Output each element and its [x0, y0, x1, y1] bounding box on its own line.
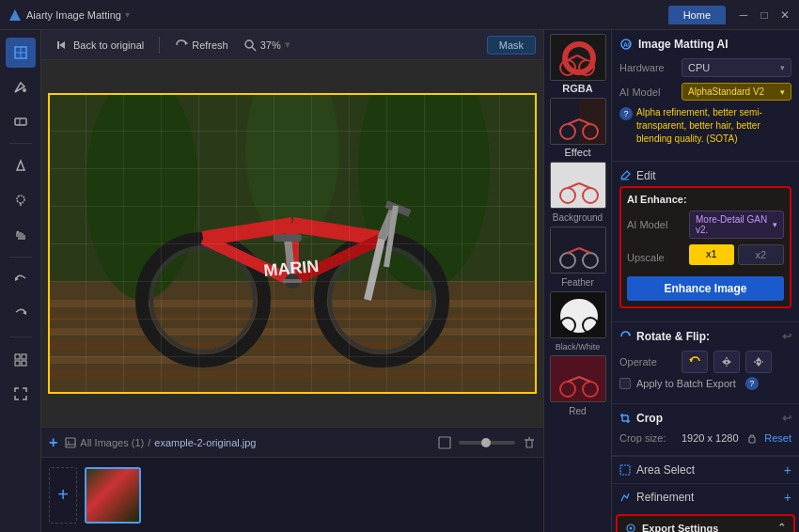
mask-feather-thumb[interactable] [550, 227, 606, 274]
rotate-icon [619, 331, 631, 342]
upscale-x1-btn[interactable]: x1 [689, 244, 734, 265]
enhance-image-btn[interactable]: Enhance Image [627, 276, 784, 301]
enhance-model-row: AI Model More-Detail GAN v2. ▾ [627, 211, 784, 239]
crop-icon [619, 413, 631, 424]
flip-v-btn[interactable] [745, 351, 772, 373]
svg-marker-16 [184, 40, 188, 45]
filmstrip-thumb-1[interactable] [85, 467, 141, 524]
mask-btn[interactable]: Mask [487, 36, 536, 55]
eraser-icon [13, 113, 28, 128]
redo-tool[interactable] [6, 299, 36, 329]
mask-effect-thumb[interactable] [550, 98, 606, 145]
area-select-row[interactable]: Area Select + [612, 456, 799, 483]
svg-line-18 [252, 47, 256, 51]
zoom-slider[interactable] [459, 441, 515, 445]
zoom-value: 37% [260, 39, 281, 51]
delete-icon[interactable] [523, 436, 536, 449]
crop-section: Crop ↩ Crop size: 1920 x 1280 Reset [612, 404, 799, 456]
svg-marker-95 [756, 363, 761, 367]
svg-rect-100 [749, 437, 755, 443]
hand-tool[interactable] [6, 219, 36, 249]
svg-rect-51 [439, 437, 450, 448]
crop-reset-btn[interactable]: Reset [764, 432, 791, 444]
upscale-group: x1 x2 [689, 244, 784, 265]
svg-marker-88 [628, 332, 631, 336]
export-collapse-btn[interactable]: ⌃ [777, 522, 786, 532]
grid-tool[interactable] [6, 345, 36, 375]
edit-label: Edit [636, 169, 656, 182]
canvas-bottom: + All Images (1) / example-2-original.jp… [41, 427, 543, 457]
canvas-area: Back to original Refresh 37% ▾ Mask [41, 30, 543, 532]
toolbar-divider-1 [9, 143, 32, 144]
undo-tool[interactable] [6, 265, 36, 295]
mask-red-item: Red [548, 355, 607, 416]
add-image-btn[interactable]: + [49, 434, 57, 451]
export-settings-title: Export Settings [642, 523, 718, 533]
left-toolbar [0, 30, 41, 532]
ai-enhance-box: AI Enhance: AI Model More-Detail GAN v2.… [619, 186, 791, 308]
edit-icon [619, 170, 631, 181]
rotate-undo-btn[interactable]: ↩ [782, 330, 791, 343]
brush-tool[interactable] [6, 71, 36, 102]
home-tab[interactable]: Home [668, 6, 726, 24]
refinement-row[interactable]: Refinement + [612, 483, 799, 510]
refresh-icon [175, 39, 188, 52]
svg-rect-80 [551, 356, 606, 402]
crop-size-value: 1920 x 1280 [682, 432, 739, 444]
refresh-btn[interactable]: Refresh [167, 36, 236, 55]
enhance-model-select[interactable]: More-Detail GAN v2. ▾ [689, 211, 784, 239]
mask-red-thumb[interactable] [550, 355, 606, 402]
app-logo: Aiarty Image Matting ▾ [8, 8, 130, 23]
minimize-btn[interactable]: ─ [737, 8, 750, 22]
canvas-toolbar: Back to original Refresh 37% ▾ Mask [41, 30, 543, 60]
ai-model-select[interactable]: AlphaStandard V2 ▾ [682, 83, 791, 101]
mask-rgba-thumb[interactable] [550, 34, 606, 81]
zoom-icon [243, 39, 257, 52]
rotate-left-btn[interactable] [682, 351, 708, 373]
mask-bg-thumb[interactable] [550, 162, 606, 209]
area-select-expand-btn[interactable]: + [784, 462, 791, 477]
svg-rect-14 [22, 361, 26, 366]
batch-export-checkbox[interactable] [619, 378, 631, 389]
titlebar-tabs: Home [668, 6, 726, 24]
close-btn[interactable]: ✕ [778, 8, 791, 22]
svg-rect-48 [66, 438, 75, 447]
expand-icon [13, 386, 28, 401]
grid-icon [13, 352, 28, 368]
window-controls: ─ □ ✕ [737, 8, 791, 22]
back-to-original-btn[interactable]: Back to original [49, 36, 151, 55]
filmstrip-add-btn[interactable]: + [49, 467, 77, 524]
hardware-select[interactable]: CPU ▾ [682, 58, 791, 77]
ai-icon: AI [619, 38, 633, 51]
lasso-icon [13, 193, 28, 208]
app-title: Aiarty Image Matting [26, 9, 121, 21]
right-panel: AI Image Matting AI Hardware CPU ▾ AI Mo… [611, 30, 799, 532]
image-controls [438, 436, 536, 449]
refinement-expand-btn[interactable]: + [784, 490, 791, 505]
batch-help-icon[interactable]: ? [745, 377, 759, 390]
back-icon [56, 39, 70, 52]
eraser-tool[interactable] [6, 105, 36, 135]
mask-feather-label: Feather [561, 277, 593, 288]
mask-bw-thumb[interactable] [550, 291, 606, 338]
area-select-icon [619, 464, 631, 476]
select-icon [13, 45, 28, 60]
upscale-x2-btn[interactable]: x2 [738, 244, 785, 265]
expand-tool[interactable] [6, 379, 36, 409]
svg-rect-71 [551, 227, 606, 274]
svg-point-7 [17, 196, 24, 203]
crop-undo-btn[interactable]: ↩ [782, 412, 791, 425]
select-tool[interactable] [6, 38, 36, 68]
svg-rect-66 [551, 163, 606, 209]
flip-h-btn[interactable] [713, 351, 740, 373]
svg-text:AI: AI [623, 41, 630, 48]
paint-tool[interactable] [6, 151, 36, 181]
grid-overlay [48, 93, 537, 394]
svg-marker-0 [9, 9, 21, 21]
lasso-tool[interactable] [6, 185, 36, 215]
hardware-chevron: ▾ [780, 63, 785, 72]
maximize-btn[interactable]: □ [758, 8, 771, 22]
rotate-flip-section: Rotate & Flip: ↩ Operate Apply to Batch … [612, 322, 799, 404]
svg-point-17 [245, 40, 253, 48]
images-icon [65, 437, 76, 448]
